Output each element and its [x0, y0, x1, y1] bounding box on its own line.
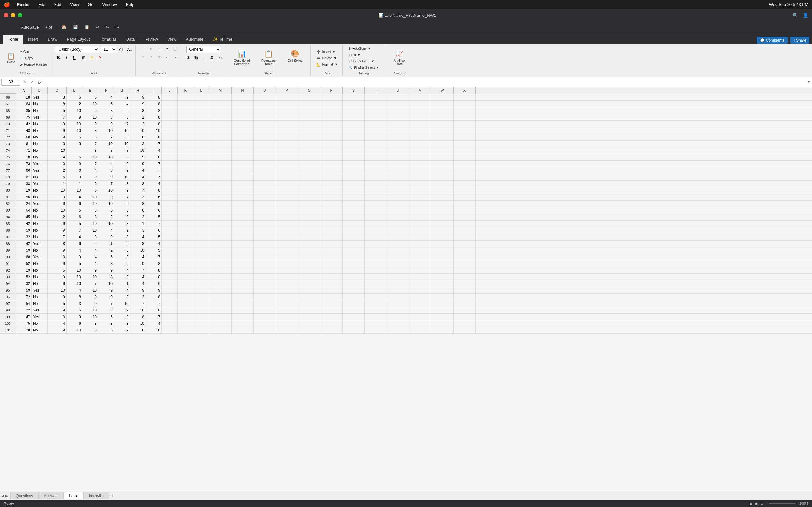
cell[interactable] [254, 94, 276, 101]
cell[interactable]: 28 [16, 327, 32, 333]
cell[interactable] [343, 107, 365, 114]
cell[interactable]: No [32, 187, 48, 193]
wrap-text-button[interactable]: ↵ [163, 46, 170, 53]
cell[interactable]: 10 [98, 127, 114, 134]
cell[interactable] [343, 114, 365, 120]
cell[interactable]: 5 [98, 327, 114, 333]
cell[interactable] [298, 207, 320, 214]
apple-menu[interactable]: 🍎 [4, 2, 10, 8]
cell[interactable] [454, 114, 476, 120]
cell[interactable]: 10 [130, 320, 146, 327]
cell[interactable]: 6 [83, 134, 98, 140]
cell[interactable] [320, 181, 343, 187]
cell[interactable]: 3 [48, 94, 67, 101]
cell[interactable] [343, 227, 365, 233]
cell[interactable]: 8 [98, 261, 114, 267]
cell[interactable]: 7 [130, 267, 146, 274]
cell[interactable] [254, 320, 276, 327]
cancel-formula-button[interactable]: ✕ [21, 79, 28, 85]
col-header-k[interactable]: K [177, 87, 194, 94]
cell[interactable]: No [32, 267, 48, 274]
cell[interactable]: 54 [16, 300, 32, 307]
cell[interactable] [387, 214, 409, 220]
cell[interactable] [320, 227, 343, 233]
cell[interactable] [343, 267, 365, 274]
cell[interactable]: 10 [48, 287, 67, 293]
table-row[interactable]: 6618Yes3654298 [0, 94, 812, 101]
cell[interactable]: 7 [48, 234, 67, 240]
cell[interactable] [432, 207, 454, 214]
cell[interactable]: 10 [98, 187, 114, 193]
cell[interactable] [232, 274, 254, 280]
align-middle-button[interactable]: ≡ [148, 46, 154, 53]
cell[interactable] [162, 300, 177, 307]
cell[interactable] [162, 240, 177, 247]
cell[interactable] [432, 280, 454, 287]
col-header-a[interactable]: A [16, 87, 32, 94]
cell[interactable]: 10 [48, 207, 67, 214]
cell[interactable] [298, 167, 320, 174]
cell[interactable]: 7 [48, 114, 67, 120]
cell[interactable] [432, 240, 454, 247]
cell[interactable] [177, 174, 194, 180]
cell[interactable] [320, 274, 343, 280]
cell[interactable] [432, 227, 454, 233]
cell[interactable] [162, 274, 177, 280]
cell[interactable] [254, 134, 276, 140]
cell[interactable] [454, 121, 476, 127]
cell[interactable] [409, 101, 432, 107]
cell[interactable] [194, 280, 209, 287]
cell[interactable]: 4 [146, 181, 162, 187]
cell[interactable] [276, 134, 298, 140]
cell[interactable] [276, 320, 298, 327]
cell[interactable] [320, 307, 343, 314]
cell[interactable] [194, 127, 209, 134]
cell[interactable] [254, 114, 276, 120]
increase-font-button[interactable]: A↑ [118, 46, 125, 53]
table-row[interactable]: 8842Yes8621284 [0, 240, 812, 247]
cell[interactable] [276, 267, 298, 274]
cell[interactable]: 71 [16, 147, 32, 154]
cell[interactable]: 42 [16, 121, 32, 127]
cell[interactable] [162, 221, 177, 227]
cell[interactable]: 5 [114, 114, 130, 120]
cell[interactable] [409, 227, 432, 233]
zoom-slider[interactable] [769, 503, 795, 504]
cell[interactable] [254, 174, 276, 180]
cell[interactable] [194, 247, 209, 253]
cell[interactable] [177, 214, 194, 220]
cell[interactable]: 48 [16, 127, 32, 134]
cell[interactable] [432, 154, 454, 160]
cell[interactable] [298, 181, 320, 187]
cell[interactable]: 42 [16, 240, 32, 247]
cell[interactable]: 18 [16, 94, 32, 101]
cell[interactable]: 10 [114, 300, 130, 307]
cut-button[interactable]: ✂ Cut [18, 49, 49, 55]
cell[interactable]: 19 [16, 187, 32, 193]
cell[interactable]: 2 [83, 240, 98, 247]
cell[interactable] [209, 314, 232, 320]
cell[interactable] [454, 194, 476, 200]
cell[interactable] [162, 141, 177, 147]
cell[interactable] [343, 94, 365, 101]
table-row[interactable]: 9559Yes104109499 [0, 287, 812, 294]
cell[interactable]: 60 [16, 134, 32, 140]
cell[interactable] [232, 227, 254, 233]
cell[interactable]: 4 [83, 261, 98, 267]
cell[interactable]: 9 [130, 287, 146, 293]
cell[interactable]: Yes [32, 161, 48, 167]
align-left-button[interactable]: ≡ [140, 54, 147, 60]
sort-filter-button[interactable]: ↕ Sort & Filter ▼ [346, 58, 381, 64]
cell[interactable] [194, 161, 209, 167]
cell[interactable]: 6 [67, 167, 83, 174]
cell[interactable]: 2 [48, 167, 67, 174]
cell[interactable]: 10 [114, 127, 130, 134]
bold-button[interactable]: B [55, 54, 62, 61]
cell[interactable]: 8 [114, 181, 130, 187]
cell[interactable] [365, 101, 387, 107]
cell[interactable]: 6 [83, 181, 98, 187]
cell[interactable]: No [32, 247, 48, 253]
cell[interactable]: 47 [16, 314, 32, 320]
cell[interactable]: 5 [67, 207, 83, 214]
cell[interactable]: 8 [130, 201, 146, 207]
